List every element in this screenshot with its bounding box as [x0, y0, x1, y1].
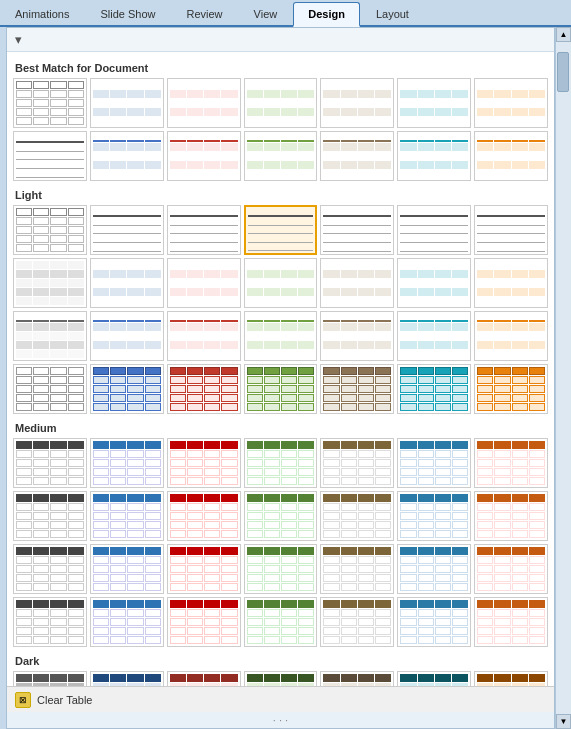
table-style-item[interactable]	[167, 258, 241, 308]
scroll-down-button[interactable]: ▼	[556, 714, 571, 729]
scrollbar-track[interactable]	[556, 42, 570, 714]
table-style-item[interactable]	[90, 131, 164, 181]
table-style-item[interactable]	[167, 364, 241, 414]
table-style-item[interactable]	[167, 205, 241, 255]
table-style-item[interactable]	[90, 491, 164, 541]
table-style-item[interactable]	[90, 364, 164, 414]
table-style-item[interactable]	[167, 78, 241, 128]
table-style-item[interactable]	[167, 311, 241, 361]
table-style-item[interactable]	[397, 311, 471, 361]
clear-table-icon[interactable]: ⊠	[15, 692, 31, 708]
table-style-item[interactable]	[13, 491, 87, 541]
tab-layout[interactable]: Layout	[361, 2, 424, 25]
table-style-item[interactable]	[13, 438, 87, 488]
panel-dropdown-arrow[interactable]: ▾	[7, 28, 554, 52]
tab-bar: Animations Slide Show Review View Design…	[0, 0, 571, 27]
table-style-item[interactable]	[320, 258, 394, 308]
table-style-item[interactable]	[397, 258, 471, 308]
table-style-item[interactable]	[13, 78, 87, 128]
table-style-item[interactable]	[397, 544, 471, 594]
style-gallery[interactable]: Best Match for Document Light Medium Dar…	[7, 52, 554, 686]
table-style-item[interactable]	[90, 671, 164, 686]
table-style-item[interactable]	[244, 597, 318, 647]
table-style-item[interactable]	[397, 491, 471, 541]
table-style-item[interactable]	[244, 671, 318, 686]
table-style-item[interactable]	[167, 544, 241, 594]
section-dark-label: Dark	[13, 649, 548, 671]
table-style-item[interactable]	[167, 438, 241, 488]
table-style-item[interactable]	[90, 78, 164, 128]
table-style-item[interactable]	[320, 544, 394, 594]
table-style-item[interactable]	[13, 671, 87, 686]
table-style-item[interactable]	[90, 258, 164, 308]
table-style-item[interactable]	[320, 438, 394, 488]
table-style-item[interactable]	[320, 364, 394, 414]
table-style-item[interactable]	[90, 597, 164, 647]
table-style-item[interactable]	[397, 205, 471, 255]
table-style-item[interactable]	[90, 311, 164, 361]
table-style-item[interactable]	[320, 671, 394, 686]
table-style-item[interactable]	[474, 364, 548, 414]
table-style-item[interactable]	[244, 78, 318, 128]
tab-animations[interactable]: Animations	[0, 2, 84, 25]
table-style-item[interactable]	[397, 438, 471, 488]
table-style-item[interactable]	[244, 258, 318, 308]
table-style-item[interactable]	[90, 438, 164, 488]
scrollbar-thumb[interactable]	[557, 52, 569, 92]
table-style-item[interactable]	[474, 131, 548, 181]
table-style-item[interactable]	[320, 205, 394, 255]
table-style-item[interactable]	[474, 671, 548, 686]
scrollbar[interactable]: ▲ ▼	[555, 27, 571, 729]
table-style-item[interactable]	[244, 364, 318, 414]
dark-grid	[13, 671, 548, 686]
table-style-item[interactable]	[13, 311, 87, 361]
best-match-grid	[13, 78, 548, 181]
medium-grid	[13, 438, 548, 647]
table-style-item[interactable]	[244, 311, 318, 361]
table-style-item[interactable]	[320, 78, 394, 128]
table-style-item[interactable]	[397, 78, 471, 128]
table-style-item[interactable]	[244, 438, 318, 488]
table-style-item[interactable]	[474, 597, 548, 647]
table-style-item[interactable]	[474, 544, 548, 594]
table-style-item[interactable]	[474, 491, 548, 541]
table-style-item[interactable]	[13, 364, 87, 414]
tab-view[interactable]: View	[239, 2, 293, 25]
tab-review[interactable]: Review	[171, 2, 237, 25]
table-style-item[interactable]	[474, 258, 548, 308]
table-style-item[interactable]	[244, 491, 318, 541]
table-style-item[interactable]	[90, 205, 164, 255]
table-style-item[interactable]	[244, 205, 318, 255]
table-style-item[interactable]	[244, 544, 318, 594]
table-style-item[interactable]	[397, 597, 471, 647]
section-medium-label: Medium	[13, 416, 548, 438]
table-style-item[interactable]	[90, 544, 164, 594]
table-style-item[interactable]	[13, 544, 87, 594]
table-style-item[interactable]	[474, 438, 548, 488]
table-style-item[interactable]	[397, 671, 471, 686]
table-style-item[interactable]	[320, 311, 394, 361]
table-style-item[interactable]	[474, 205, 548, 255]
tab-slideshow[interactable]: Slide Show	[85, 2, 170, 25]
app-window: Animations Slide Show Review View Design…	[0, 0, 571, 729]
table-style-item[interactable]	[244, 131, 318, 181]
table-style-item[interactable]	[167, 597, 241, 647]
table-style-item[interactable]	[474, 311, 548, 361]
table-style-item[interactable]	[397, 364, 471, 414]
table-style-item[interactable]	[167, 491, 241, 541]
section-best-match-label: Best Match for Document	[13, 56, 548, 78]
tab-design[interactable]: Design	[293, 2, 360, 27]
table-style-item[interactable]	[13, 131, 87, 181]
table-style-item[interactable]	[397, 131, 471, 181]
table-style-item[interactable]	[167, 671, 241, 686]
clear-table-label[interactable]: Clear Table	[37, 694, 92, 706]
table-style-item[interactable]	[13, 258, 87, 308]
table-style-item[interactable]	[167, 131, 241, 181]
table-style-item[interactable]	[13, 597, 87, 647]
table-style-item[interactable]	[13, 205, 87, 255]
table-style-item[interactable]	[474, 78, 548, 128]
table-style-item[interactable]	[320, 597, 394, 647]
table-style-item[interactable]	[320, 131, 394, 181]
table-style-item[interactable]	[320, 491, 394, 541]
scroll-up-button[interactable]: ▲	[556, 27, 571, 42]
